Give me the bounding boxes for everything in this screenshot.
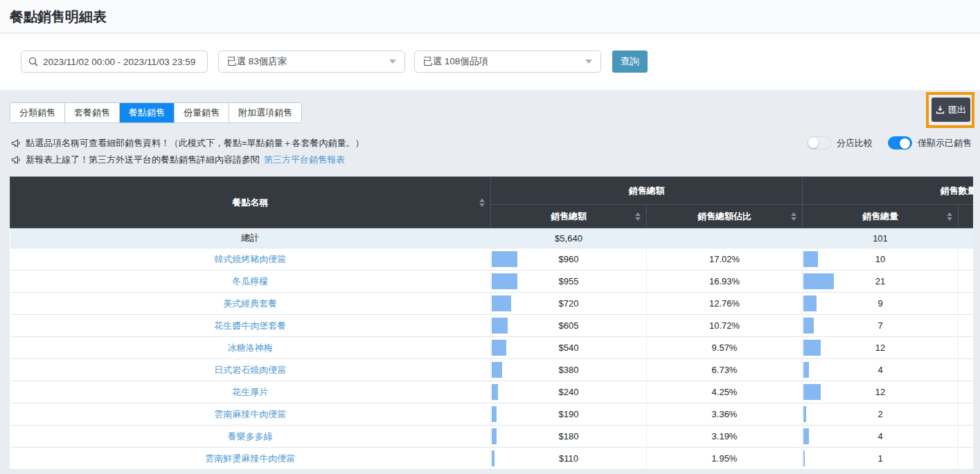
amount-bar bbox=[492, 273, 517, 289]
dish-name-link[interactable]: 花生厚片 bbox=[232, 387, 268, 397]
tab-3[interactable]: 份量銷售 bbox=[175, 103, 229, 122]
quantity-value: 7 bbox=[877, 320, 882, 331]
quantity-value: 12 bbox=[875, 387, 885, 397]
sold-only-label: 僅顯示已銷售 bbox=[918, 137, 972, 149]
sales-table-container: 餐點名稱 銷售總額 銷售數量 銷售總額 銷售總額佔比 銷售總量 bbox=[10, 176, 973, 474]
total-amount: $5,640 bbox=[491, 228, 647, 248]
export-button[interactable]: 匯出 bbox=[932, 98, 970, 122]
ratio-value: 6.73% bbox=[647, 359, 803, 381]
column-header-dish-name[interactable]: 餐點名稱 bbox=[10, 177, 491, 228]
ratio-value: 4.25% bbox=[647, 381, 803, 403]
quantity-bar bbox=[803, 406, 806, 422]
store-select[interactable]: 已選 83個店家 bbox=[218, 51, 405, 73]
sales-table: 餐點名稱 銷售總額 銷售數量 銷售總額 銷售總額佔比 銷售總量 bbox=[10, 176, 973, 470]
amount-value: $240 bbox=[559, 387, 579, 397]
dish-name-link[interactable]: 美式經典套餐 bbox=[223, 298, 277, 309]
amount-bar bbox=[492, 295, 511, 311]
dish-name-link[interactable]: 韓式燒烤豬肉便當 bbox=[214, 254, 286, 264]
amount-bar bbox=[492, 428, 497, 444]
sort-icon[interactable] bbox=[479, 199, 485, 207]
ratio-value: 12.76% bbox=[647, 293, 803, 315]
amount-bar bbox=[492, 251, 517, 267]
dish-name-link[interactable]: 冬瓜檸檬 bbox=[232, 276, 268, 286]
date-range-input[interactable] bbox=[43, 57, 200, 67]
total-row: 總計 $5,640 101 bbox=[10, 228, 974, 248]
group-header-sales-amount: 銷售總額 bbox=[491, 177, 803, 205]
query-button[interactable]: 查詢 bbox=[612, 51, 648, 73]
table-row: 韓式燒烤豬肉便當 $960 17.02% 10 bbox=[10, 248, 974, 271]
ratio-value: 3.36% bbox=[647, 403, 803, 426]
sort-icon[interactable] bbox=[791, 212, 796, 221]
quantity-value: 9 bbox=[877, 298, 882, 309]
amount-bar bbox=[492, 384, 498, 400]
filter-panel: 已選 83個店家 已選 108個品項 查詢 bbox=[0, 34, 980, 90]
dish-name-link[interactable]: 雲南鮮燙麻辣牛肉便當 bbox=[205, 453, 295, 464]
ratio-value: 1.95% bbox=[647, 448, 803, 470]
table-row: 雲南鮮燙麻辣牛肉便當 $110 1.95% 1 bbox=[10, 448, 974, 470]
column-header-total-amount[interactable]: 銷售總額 bbox=[491, 205, 647, 228]
group-header-sales-quantity: 銷售數量 bbox=[803, 177, 974, 205]
megaphone-icon bbox=[11, 138, 21, 148]
chevron-down-icon bbox=[585, 60, 592, 64]
amount-bar bbox=[492, 340, 506, 356]
dish-name-link[interactable]: 日式岩石燒肉便當 bbox=[214, 365, 286, 375]
total-label: 總計 bbox=[10, 228, 491, 248]
amount-value: $540 bbox=[559, 343, 579, 353]
date-range-picker[interactable] bbox=[21, 51, 208, 73]
hint-line-1: 點選品項名稱可查看細部銷售資料！（此模式下，餐點=單點銷量＋各套餐內銷量。） bbox=[11, 137, 364, 149]
third-party-report-link[interactable]: 第三方平台銷售報表 bbox=[264, 154, 345, 166]
store-select-value: 已選 83個店家 bbox=[227, 55, 287, 68]
sold-only-toggle[interactable] bbox=[888, 136, 912, 149]
column-header-total-quantity[interactable]: 銷售總量 bbox=[803, 205, 959, 228]
table-row: 美式經典套餐 $720 12.76% 9 bbox=[10, 293, 974, 315]
amount-bar bbox=[492, 362, 502, 378]
table-row: 養樂多多綠 $180 3.19% 4 bbox=[10, 426, 974, 448]
branch-compare-toggle[interactable] bbox=[807, 136, 831, 149]
dish-name-link[interactable]: 冰糖洛神梅 bbox=[228, 343, 273, 353]
total-ratio bbox=[647, 228, 803, 248]
amount-value: $960 bbox=[559, 254, 579, 264]
sort-icon[interactable] bbox=[947, 212, 952, 221]
sort-icon[interactable] bbox=[635, 212, 641, 221]
tab-4[interactable]: 附加選項銷售 bbox=[229, 103, 301, 122]
quantity-bar bbox=[803, 384, 821, 400]
amount-value: $380 bbox=[559, 365, 579, 375]
hint-line-2: 新報表上線了！第三方外送平台的餐點銷售詳細內容請參閱第三方平台銷售報表 bbox=[11, 154, 345, 166]
ratio-value: 3.19% bbox=[647, 426, 803, 448]
amount-bar bbox=[492, 450, 495, 466]
table-row: 日式岩石燒肉便當 $380 6.73% 4 bbox=[10, 359, 974, 381]
megaphone-icon bbox=[11, 155, 21, 165]
sold-only-toggle-group: 僅顯示已銷售 bbox=[888, 136, 972, 149]
quantity-bar bbox=[803, 450, 805, 466]
quantity-value: 4 bbox=[877, 365, 882, 375]
quantity-value: 4 bbox=[877, 431, 882, 441]
tab-1[interactable]: 套餐銷售 bbox=[65, 103, 120, 122]
amount-value: $190 bbox=[559, 409, 579, 419]
report-tabs: 分類銷售套餐銷售餐點銷售份量銷售附加選項銷售 bbox=[10, 102, 302, 123]
total-qty: 101 bbox=[803, 228, 959, 248]
table-row: 花生醬牛肉堡套餐 $605 10.72% 7 bbox=[10, 315, 974, 337]
dish-name-link[interactable]: 花生醬牛肉堡套餐 bbox=[214, 320, 286, 331]
quantity-bar bbox=[803, 362, 809, 378]
toggle-knob bbox=[808, 138, 819, 148]
quantity-bar bbox=[803, 295, 817, 311]
column-header-amount-ratio[interactable]: 銷售總額佔比 bbox=[647, 205, 803, 228]
top-header-strip: 餐點銷售明細表 bbox=[0, 0, 980, 33]
tab-2[interactable]: 餐點銷售 bbox=[120, 103, 175, 122]
quantity-value: 1 bbox=[877, 453, 882, 464]
dish-name-link[interactable]: 雲南麻辣牛肉便當 bbox=[214, 409, 286, 419]
dish-name-link[interactable]: 養樂多多綠 bbox=[228, 431, 273, 441]
quantity-value: 12 bbox=[875, 343, 885, 353]
toggle-knob bbox=[900, 138, 910, 149]
ratio-value: 17.02% bbox=[647, 248, 803, 271]
export-button-label: 匯出 bbox=[948, 104, 966, 116]
column-header-clipped bbox=[959, 205, 974, 228]
hint-text-2: 新報表上線了！第三方外送平台的餐點銷售詳細內容請參閱 bbox=[26, 154, 260, 166]
table-row: 雲南麻辣牛肉便當 $190 3.36% 2 bbox=[10, 403, 974, 426]
item-select[interactable]: 已選 108個品項 bbox=[414, 51, 601, 73]
quantity-bar bbox=[803, 340, 821, 356]
quantity-bar bbox=[803, 251, 818, 267]
chevron-down-icon bbox=[389, 60, 396, 64]
tab-0[interactable]: 分類銷售 bbox=[10, 103, 65, 122]
amount-value: $180 bbox=[559, 431, 579, 441]
